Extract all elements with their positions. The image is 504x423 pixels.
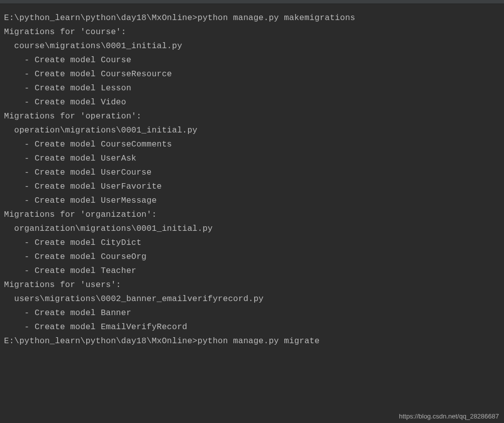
terminal-line: organization\migrations\0001_initial.py xyxy=(4,222,500,236)
terminal-line: - Create model UserCourse xyxy=(4,166,500,180)
terminal-line: - Create model Banner xyxy=(4,306,500,320)
terminal-line: - Create model UserMessage xyxy=(4,194,500,208)
terminal-line: - Create model CourseResource xyxy=(4,67,500,81)
terminal-line: - Create model CourseComments xyxy=(4,137,500,152)
terminal-line: Migrations for 'course': xyxy=(4,25,500,39)
terminal-line: operation\migrations\0001_initial.py xyxy=(4,123,500,137)
terminal-line: - Create model CourseOrg xyxy=(4,250,500,264)
title-bar xyxy=(0,0,504,4)
terminal-line: users\migrations\0002_banner_emailverify… xyxy=(4,292,500,306)
terminal-line: - Create model Video xyxy=(4,95,500,109)
terminal-line: E:\python_learn\python\day18\MxOnline>py… xyxy=(4,11,500,25)
terminal-line: - Create model Teacher xyxy=(4,264,500,278)
terminal-line: course\migrations\0001_initial.py xyxy=(4,39,500,53)
terminal-line: Migrations for 'users': xyxy=(4,278,500,292)
terminal-line: - Create model Course xyxy=(4,53,500,67)
terminal-line: Migrations for 'operation': xyxy=(4,109,500,123)
terminal-line: - Create model CityDict xyxy=(4,236,500,250)
terminal-line: - Create model UserAsk xyxy=(4,152,500,166)
terminal-line: - Create model EmailVerifyRecord xyxy=(4,320,500,334)
terminal-line: - Create model UserFavorite xyxy=(4,180,500,194)
terminal-line: - Create model Lesson xyxy=(4,81,500,95)
terminal-line: Migrations for 'organization': xyxy=(4,208,500,222)
terminal-line: E:\python_learn\python\day18\MxOnline>py… xyxy=(4,334,500,348)
terminal-output[interactable]: E:\python_learn\python\day18\MxOnline>py… xyxy=(0,4,504,352)
watermark: https://blog.csdn.net/qq_28286687 xyxy=(399,412,499,420)
